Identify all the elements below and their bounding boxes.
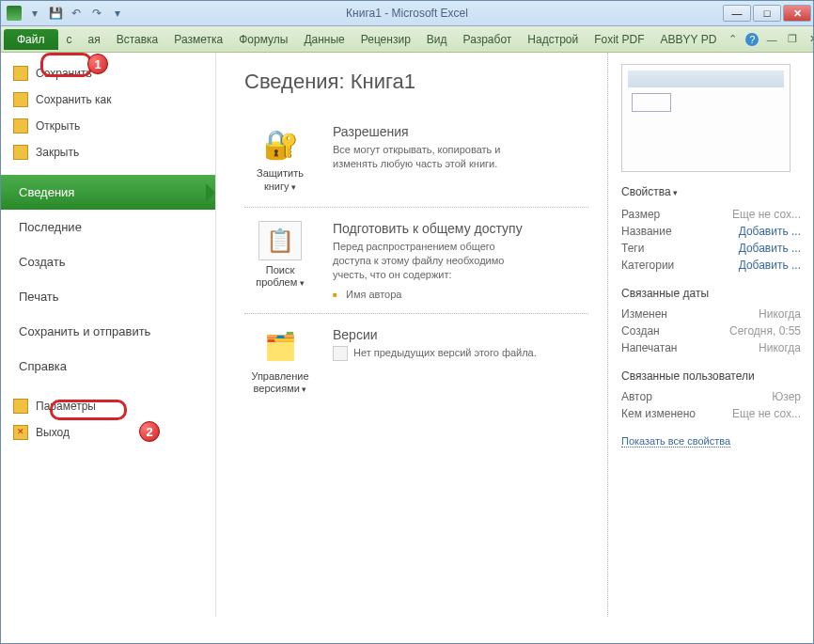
quick-access-toolbar: ▾ 💾 ↶ ↷ ▾ (1, 6, 131, 21)
prop-created: СозданСегодня, 0:55 (621, 322, 801, 339)
backstage-sidebar: Сохранить Сохранить как Открыть Закрыть … (0, 53, 216, 617)
backstage-content: Сохранить Сохранить как Открыть Закрыть … (0, 53, 814, 617)
prop-categories: КатегорииДобавить ... (621, 257, 801, 274)
clipboard-check-icon: 📋 (258, 221, 302, 260)
tab-layout[interactable]: Разметка (166, 29, 230, 50)
permissions-section: 🔐 Защитить книгу Разрешения Все могут от… (244, 111, 588, 208)
manage-versions-button[interactable]: 🗂️ Управление версиями (244, 327, 316, 397)
titlebar: ▾ 💾 ↶ ↷ ▾ Книга1 - Microsoft Excel — □ ✕ (0, 0, 814, 26)
doc-restore-icon[interactable]: ❐ (785, 32, 800, 47)
prop-tags: ТегиДобавить ... (621, 240, 801, 257)
label: Управление версиями (244, 370, 316, 397)
label: Параметры (36, 400, 96, 413)
protect-workbook-button[interactable]: 🔐 Защитить книгу (244, 124, 316, 194)
tab-foxit[interactable]: Foxit PDF (587, 29, 651, 50)
permissions-header: Разрешения (333, 124, 521, 139)
show-all-properties-link[interactable]: Показать все свойства (621, 435, 730, 448)
tab-addins[interactable]: Надстрой (520, 29, 586, 50)
sidebar-item-help[interactable]: Справка (0, 349, 215, 384)
sidebar-item-options[interactable]: Параметры (0, 393, 215, 419)
ribbon-controls: ⌃ ? — ❐ ✕ (725, 32, 814, 47)
tab-view[interactable]: Вид (419, 29, 455, 50)
label: Сохранить как (36, 93, 111, 106)
sidebar-item-recent[interactable]: Последние (0, 210, 215, 244)
dates-header: Связанные даты (621, 287, 801, 300)
prepare-header: Подготовить к общему доступу (333, 221, 523, 236)
tab-developer[interactable]: Разработ (456, 29, 520, 50)
versions-section: 🗂️ Управление версиями Версии Нет предыд… (244, 314, 588, 410)
prop-size: РазмерЕще не сох... (621, 206, 801, 223)
label: Защитить книгу (244, 167, 316, 194)
options-icon (13, 399, 28, 414)
permissions-desc: Все могут открывать, копировать и изменя… (333, 143, 521, 172)
prop-printed: НапечатанНикогда (621, 339, 801, 356)
tab-data[interactable]: Данные (296, 29, 352, 50)
close-window-button[interactable]: ✕ (783, 5, 811, 22)
properties-panel: Свойства РазмерЕще не сох... НазваниеДоб… (607, 53, 814, 617)
save-icon[interactable]: 💾 (48, 6, 63, 21)
close-folder-icon (13, 145, 28, 160)
folders-magnify-icon: 🗂️ (258, 327, 302, 367)
main-panel: Сведения: Книга1 🔐 Защитить книгу Разреш… (216, 53, 607, 617)
redo-icon[interactable]: ↷ (89, 6, 104, 21)
tab-formulas[interactable]: Формулы (231, 29, 295, 50)
label: Закрыть (36, 146, 79, 159)
label: Выход (36, 426, 70, 439)
versions-desc: Нет предыдущих версий этого файла. (353, 346, 537, 360)
label: Сохранить (36, 67, 92, 80)
prop-lastmod-by: Кем измененоЕще не сох... (621, 405, 801, 422)
sidebar-item-share[interactable]: Сохранить и отправить (0, 314, 215, 349)
dropdown-icon[interactable]: ▾ (27, 6, 42, 21)
annotation-badge-1: 1 (87, 54, 108, 74)
prepare-desc: Перед распространением общего доступа к … (333, 240, 521, 283)
versions-header: Версии (333, 327, 537, 342)
minimize-ribbon-icon[interactable]: ⌃ (725, 32, 740, 47)
tab-abbyy[interactable]: ABBYY PD (653, 29, 725, 50)
properties-header[interactable]: Свойства (621, 185, 801, 198)
tab-review[interactable]: Рецензир (353, 29, 418, 50)
window-controls: — □ ✕ (723, 5, 813, 22)
exit-icon (13, 425, 28, 440)
open-folder-icon (13, 118, 28, 134)
page-title: Сведения: Книга1 (244, 70, 588, 94)
prepare-section: 📋 Поиск проблем Подготовить к общему дос… (244, 208, 588, 314)
label: Поиск проблем (244, 264, 316, 291)
save-file-icon (13, 66, 28, 81)
check-issues-button[interactable]: 📋 Поиск проблем (244, 221, 316, 300)
tab-partial-1[interactable]: с (59, 29, 80, 50)
prepare-body: Подготовить к общему доступу Перед распр… (333, 221, 523, 300)
sidebar-item-open[interactable]: Открыть (0, 113, 215, 139)
prop-title: НазваниеДобавить ... (621, 223, 801, 240)
ribbon-tabs: Файл с ая Вставка Разметка Формулы Данны… (0, 26, 814, 53)
doc-minimize-icon[interactable]: — (764, 32, 779, 47)
sidebar-item-print[interactable]: Печать (0, 279, 215, 314)
document-thumbnail[interactable] (621, 64, 791, 172)
tab-insert[interactable]: Вставка (109, 29, 166, 50)
annotation-badge-2: 2 (139, 421, 160, 442)
prepare-item-author: Имя автора (333, 289, 523, 300)
qat-more-icon[interactable]: ▾ (110, 6, 125, 21)
sidebar-item-info[interactable]: Сведения (0, 175, 215, 210)
excel-logo-icon (7, 6, 22, 21)
help-icon[interactable]: ? (745, 33, 759, 46)
versions-body: Версии Нет предыдущих версий этого файла… (333, 327, 537, 397)
doc-close-icon[interactable]: ✕ (806, 32, 814, 47)
maximize-button[interactable]: □ (753, 5, 781, 22)
undo-icon[interactable]: ↶ (69, 6, 84, 21)
users-header: Связанные пользователи (621, 369, 801, 383)
minimize-button[interactable]: — (723, 5, 751, 22)
window-title: Книга1 - Microsoft Excel (346, 7, 468, 20)
document-icon (333, 346, 348, 361)
save-as-icon (13, 92, 28, 107)
tab-partial-2[interactable]: ая (81, 29, 108, 50)
label: Открыть (36, 119, 80, 133)
prop-modified: ИзмененНикогда (621, 306, 801, 322)
sidebar-item-close[interactable]: Закрыть (0, 139, 215, 165)
sidebar-item-new[interactable]: Создать (0, 244, 215, 279)
permissions-body: Разрешения Все могут открывать, копирова… (333, 124, 521, 194)
lock-key-icon: 🔐 (258, 124, 302, 164)
prop-author: АвторЮзер (621, 388, 801, 405)
sidebar-item-exit[interactable]: Выход (0, 419, 215, 446)
tab-file[interactable]: Файл (4, 29, 58, 50)
sidebar-item-saveas[interactable]: Сохранить как (0, 86, 215, 113)
